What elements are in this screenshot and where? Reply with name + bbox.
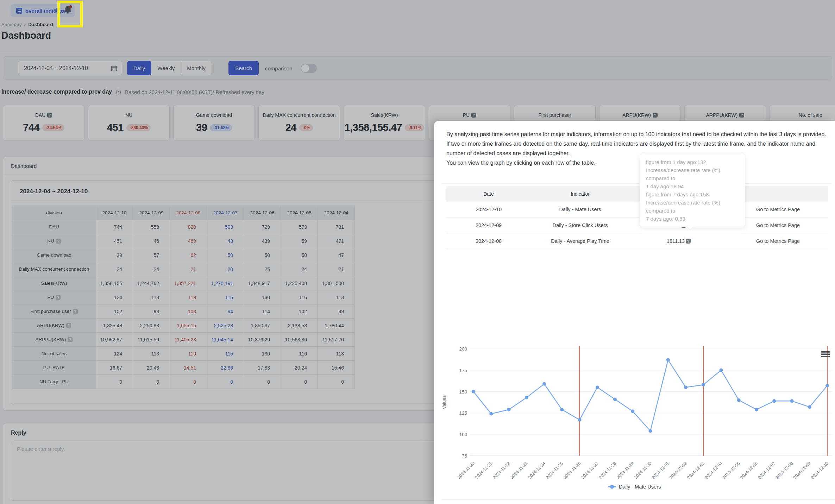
metrics-cell: 130 xyxy=(244,347,281,361)
help-icon[interactable]: ? xyxy=(56,295,61,300)
alert-row[interactable]: 2024-12-10Daily - Mate Users157?Go to Me… xyxy=(446,202,828,218)
metrics-cell: 39 xyxy=(96,248,133,262)
tooltip-line: figure from 7 days ago:158 xyxy=(646,190,739,199)
metrics-cell: 50 xyxy=(207,248,244,262)
x-tick-label: 2024-11-20 xyxy=(457,461,476,480)
metrics-cell: 119 xyxy=(170,290,207,304)
metrics-cell: 21 xyxy=(318,262,355,276)
metrics-cell: 0 xyxy=(133,375,170,389)
search-button[interactable]: Search xyxy=(228,61,259,75)
x-tick-label: 2024-12-09 xyxy=(792,461,812,480)
metrics-cell: 469 xyxy=(170,234,207,248)
metrics-row-label: First purchase user? xyxy=(12,304,96,319)
metrics-cell: 820 xyxy=(170,220,207,234)
metrics-cell: 11,517.70 xyxy=(318,333,355,347)
metrics-cell: 2,250.93 xyxy=(133,319,170,333)
help-icon[interactable]: ? xyxy=(653,113,658,118)
y-axis-label: Values xyxy=(441,395,447,409)
refresh-note: Based on 2024-12-11 08:00:00 (KST)/ Refr… xyxy=(125,89,264,95)
chart-menu-icon[interactable] xyxy=(821,351,830,357)
table-row: ARPPU(KRW)?10,952.8711,015.5911,405.2311… xyxy=(12,333,355,347)
chart-legend[interactable]: Daily - Mate Users xyxy=(608,484,661,490)
data-point xyxy=(649,429,652,433)
breadcrumb-summary[interactable]: Summary xyxy=(1,22,22,27)
metrics-cell: 1,225,408 xyxy=(281,276,318,290)
header-divider xyxy=(0,52,835,52)
date-range-input[interactable]: 2024-12-04 ~ 2024-12-10 xyxy=(18,61,122,75)
modal-bottom-divider xyxy=(441,499,835,500)
go-to-metrics-link[interactable]: Go to Metrics Page xyxy=(756,207,800,212)
kpi-card: Game download39↓31.58% xyxy=(173,105,255,141)
data-point xyxy=(772,399,776,403)
table-row: Sales(KRW)1,358,1551,244,7621,357,2211,2… xyxy=(12,276,355,290)
comparison-toggle[interactable] xyxy=(301,64,317,73)
x-tick-label: 2024-12-02 xyxy=(668,461,688,480)
help-icon[interactable]: ? xyxy=(56,239,61,244)
data-point xyxy=(755,408,758,411)
help-icon[interactable]: ? xyxy=(686,239,691,244)
metrics-cell: 451 xyxy=(96,234,133,248)
help-icon[interactable]: ? xyxy=(471,113,476,118)
help-icon[interactable]: ? xyxy=(66,323,71,328)
monthly-button[interactable]: Monthly xyxy=(181,61,212,75)
metrics-cell: 21 xyxy=(170,262,207,276)
x-tick-label: 2024-12-03 xyxy=(686,461,705,480)
table-row: Game download39576250505047 xyxy=(12,248,355,262)
help-icon[interactable]: ? xyxy=(47,113,52,118)
alert-row[interactable]: 2024-12-09Daily - Store Click Users160?G… xyxy=(446,218,828,233)
help-icon[interactable]: ? xyxy=(73,309,78,314)
alert-table-header: Date Indicator xyxy=(446,186,828,202)
go-to-metrics-link[interactable]: Go to Metrics Page xyxy=(756,238,800,244)
table-row: First purchase user?102981039411410299 xyxy=(12,304,355,319)
metrics-cell: 15.46 xyxy=(318,361,355,375)
legend-label: Daily - Mate Users xyxy=(619,484,661,490)
reply-title: Reply xyxy=(11,430,26,436)
info-row: Increase/ decrease compared to prev day … xyxy=(1,89,264,95)
x-tick-label: 2024-11-24 xyxy=(527,461,546,480)
trend-chart: 75100125150175200Values2024-11-202024-11… xyxy=(437,341,833,503)
kpi-value: 39 xyxy=(196,122,207,133)
x-tick-label: 2024-11-27 xyxy=(580,461,599,480)
metrics-cell: 16.67 xyxy=(96,361,133,375)
x-tick-label: 2024-11-25 xyxy=(545,461,564,480)
metrics-row-label: Daily MAX concurrent connection xyxy=(12,262,96,276)
metrics-cell: 1,270,191 xyxy=(207,276,244,290)
metrics-cell: 25 xyxy=(244,262,281,276)
metrics-cell: 116 xyxy=(281,347,318,361)
kpi-value: 451 xyxy=(107,122,124,133)
data-point xyxy=(578,418,582,422)
metrics-cell: 99 xyxy=(318,304,355,319)
tooltip-line: Increase/decrease rate rate (%) compared… xyxy=(646,166,739,182)
notification-bell-icon[interactable] xyxy=(63,5,73,15)
metrics-row-label: NU Target PU xyxy=(12,375,96,389)
help-icon[interactable]: ? xyxy=(739,113,744,118)
alert-row[interactable]: 2024-12-08Daily - Average Play Time1811.… xyxy=(446,233,828,249)
go-to-metrics-link[interactable]: Go to Metrics Page xyxy=(756,222,800,228)
y-tick-label: 100 xyxy=(459,432,467,437)
metrics-col-header: division xyxy=(12,206,96,220)
data-point xyxy=(702,383,705,386)
metrics-cell: 124 xyxy=(96,290,133,304)
weekly-button[interactable]: Weekly xyxy=(151,61,181,75)
tooltip-line: figure from 1 day ago:132 xyxy=(646,158,739,166)
alert-indicator: Daily - Average Play Time xyxy=(531,238,629,244)
metrics-table: division2024-12-102024-12-092024-12-0820… xyxy=(12,206,355,389)
data-point xyxy=(472,390,475,393)
pin-icon[interactable] xyxy=(52,6,61,15)
x-tick-label: 2024-11-21 xyxy=(474,461,493,480)
metrics-cell: 57 xyxy=(133,248,170,262)
clock-icon xyxy=(115,89,121,95)
metrics-cell: 0 xyxy=(318,375,355,389)
metrics-cell: 50 xyxy=(281,248,318,262)
metrics-cell: 102 xyxy=(281,304,318,319)
help-icon[interactable]: ? xyxy=(68,337,73,342)
x-tick-label: 2024-11-30 xyxy=(633,461,652,480)
metrics-row-label: ARPPU(KRW)? xyxy=(12,333,96,347)
metrics-cell: 59 xyxy=(281,234,318,248)
x-tick-label: 2024-11-29 xyxy=(616,461,635,480)
kpi-card-title: Daily MAX concurrent connection xyxy=(259,112,340,118)
metrics-cell: 553 xyxy=(133,220,170,234)
modal-description-line: By analyzing past time series patterns f… xyxy=(446,130,828,139)
daily-button[interactable]: Daily xyxy=(127,61,151,75)
metrics-cell: 1,780.44 xyxy=(318,319,355,333)
